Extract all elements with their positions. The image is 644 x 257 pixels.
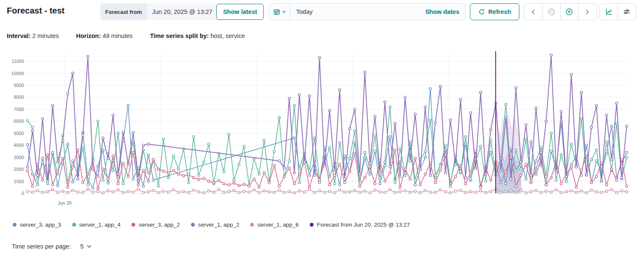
legend-item[interactable]: server_1, app_6 xyxy=(250,222,299,228)
legend-item[interactable]: server_1, app_4 xyxy=(72,222,121,228)
timeseries-chart[interactable]: 0100020003000400050006000700080009000100… xyxy=(0,50,644,215)
legend-dot xyxy=(13,223,16,227)
show-dates-button[interactable]: Show dates xyxy=(425,8,465,15)
svg-text:6000: 6000 xyxy=(14,119,24,124)
chart-settings-button[interactable] xyxy=(618,4,636,20)
minus-circle-icon xyxy=(548,8,555,16)
legend-dot xyxy=(250,223,254,227)
svg-text:4000: 4000 xyxy=(14,143,24,148)
date-picker: Today Show dates xyxy=(269,3,466,20)
pan-right-button[interactable] xyxy=(578,4,596,20)
chevron-left-icon xyxy=(530,9,536,15)
chart-type-button[interactable] xyxy=(600,4,618,20)
svg-text:Jun 20: Jun 20 xyxy=(57,200,71,206)
sliders-icon xyxy=(623,8,630,16)
chevron-down-icon xyxy=(282,10,286,14)
forecast-from-value: Jun 20, 2025 @ 13:27 xyxy=(152,8,213,15)
zoom-in-button[interactable] xyxy=(560,4,579,20)
forecast-from-select[interactable]: Forecast from Jun 20, 2025 @ 13:27 xyxy=(100,3,229,20)
pan-left-button[interactable] xyxy=(524,4,542,20)
svg-text:0: 0 xyxy=(22,191,24,196)
legend-dot xyxy=(131,223,135,227)
forecast-from-label: Forecast from xyxy=(100,3,147,20)
chevron-right-icon xyxy=(584,9,590,15)
chevron-down-icon xyxy=(87,244,92,249)
quick-select-button[interactable] xyxy=(269,4,290,20)
horizon-info: Horizon: 48 minutes xyxy=(76,32,133,39)
chart-canvas[interactable]: 0100020003000400050006000700080009000100… xyxy=(0,50,644,215)
chart-view-group xyxy=(600,3,636,20)
legend-item[interactable]: server_1, app_2 xyxy=(191,222,240,228)
legend-item-forecast[interactable]: Forecast from Jun 20, 2025 @ 13:27 xyxy=(310,222,410,228)
legend-dot xyxy=(310,223,314,227)
svg-text:3000: 3000 xyxy=(14,155,24,160)
chart-nav-group xyxy=(524,3,597,20)
chart-legend: server_3, app_3 server_1, app_4 server_3… xyxy=(13,222,410,228)
legend-item[interactable]: server_3, app_3 xyxy=(13,222,61,228)
svg-text:7000: 7000 xyxy=(14,107,24,112)
interval-info: Interval: 2 minutes xyxy=(7,32,59,39)
date-range-value[interactable]: Today xyxy=(290,8,425,15)
refresh-icon xyxy=(478,8,485,15)
legend-item[interactable]: server_3, app_2 xyxy=(131,222,180,228)
svg-text:10000: 10000 xyxy=(11,71,24,76)
zoom-out-button[interactable] xyxy=(542,4,560,20)
page-size-label: Time series per page: xyxy=(12,243,71,250)
pagination-row: Time series per page: 5 xyxy=(12,243,92,250)
svg-text:9000: 9000 xyxy=(14,83,24,88)
calendar-icon xyxy=(273,8,280,15)
line-chart-icon xyxy=(605,8,613,16)
refresh-button[interactable]: Refresh xyxy=(470,3,519,20)
legend-dot xyxy=(72,223,76,227)
svg-text:1000: 1000 xyxy=(14,179,24,184)
svg-text:5000: 5000 xyxy=(14,131,24,136)
split-info: Time series split by: host, service xyxy=(150,32,245,39)
svg-text:8000: 8000 xyxy=(14,95,24,100)
svg-text:11000: 11000 xyxy=(11,59,24,64)
page-title: Forecast - test xyxy=(7,6,65,16)
plus-circle-icon xyxy=(565,8,573,16)
refresh-label: Refresh xyxy=(488,8,511,15)
svg-text:2000: 2000 xyxy=(14,167,24,172)
legend-dot xyxy=(191,223,195,227)
forecast-page: Forecast - test Forecast from Jun 20, 20… xyxy=(0,0,644,257)
show-latest-button[interactable]: Show latest xyxy=(216,4,264,20)
page-size-select[interactable]: 5 xyxy=(80,243,92,250)
